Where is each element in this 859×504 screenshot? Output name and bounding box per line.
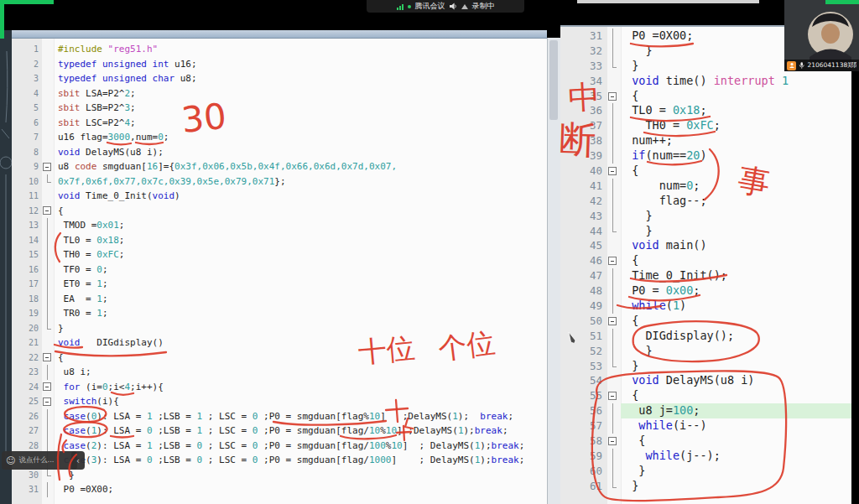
code-line: 45void main() xyxy=(560,238,851,253)
fold-margin xyxy=(607,403,621,418)
fold-margin xyxy=(607,479,621,494)
code-line: 28case(2): LSA = 1 ;LSB = 0 ; LSC = 0 ;P… xyxy=(12,439,547,454)
participant-name-bar: 2106041138郑阳 xyxy=(784,60,859,71)
fold-toggle-icon[interactable] xyxy=(42,394,54,409)
code-line: 42flag--; xyxy=(560,194,851,209)
chat-placeholder: 说点什么... xyxy=(18,455,54,465)
code-line: 58{ xyxy=(560,434,851,449)
code-line: 49while(1) xyxy=(560,299,851,314)
fold-margin xyxy=(42,277,54,292)
code-text: case(2): LSA = 1 ;LSB = 0 ; LSC = 0 ;P0 … xyxy=(54,439,547,454)
code-text: TL0 = 0x18; xyxy=(621,103,851,118)
line-number: 7 xyxy=(12,130,42,145)
fold-toggle-icon[interactable] xyxy=(42,380,54,395)
fold-margin xyxy=(607,449,621,464)
code-text: u8 i; xyxy=(54,365,547,380)
emoji-icon[interactable]: ☺ xyxy=(6,456,15,465)
code-line: 47Time_0_Init(); xyxy=(560,268,851,283)
fold-margin xyxy=(607,464,621,479)
code-text: void Time_0_Init(void) xyxy=(54,189,547,204)
code-line: 56u8 j=100; xyxy=(560,403,851,418)
code-text: if(num==20) xyxy=(621,148,851,164)
share-border-left xyxy=(0,0,4,39)
fold-margin xyxy=(607,118,621,133)
fold-margin xyxy=(607,103,621,118)
code-line: 55{ xyxy=(560,388,851,403)
line-number: 34 xyxy=(560,74,607,89)
line-number: 11 xyxy=(12,189,42,204)
fold-toggle-icon[interactable] xyxy=(42,159,54,174)
fold-margin xyxy=(42,468,54,483)
code-text: u8 j=100; xyxy=(621,403,851,418)
chat-quick-input[interactable]: ☺ 说点什么... xyxy=(2,451,77,470)
line-number: 36 xyxy=(560,103,607,118)
code-line: 13TMOD =0x01; xyxy=(12,218,547,233)
code-line: 41num=0; xyxy=(560,179,851,194)
fold-margin xyxy=(607,44,621,59)
line-number: 32 xyxy=(560,44,607,59)
fold-toggle-icon[interactable] xyxy=(42,351,54,366)
code-line: 46{ xyxy=(560,253,851,268)
code-text: TH0 = 0xFC; xyxy=(54,247,547,262)
fold-margin xyxy=(607,74,621,89)
line-number: 41 xyxy=(560,179,607,194)
line-number: 31 xyxy=(560,29,607,44)
fold-toggle-icon[interactable] xyxy=(607,89,621,104)
fold-margin xyxy=(42,57,54,72)
line-number: 48 xyxy=(560,283,607,299)
fold-margin xyxy=(607,268,621,283)
code-editor-left[interactable]: 1#include "reg51.h"2typedef unsigned int… xyxy=(12,30,547,504)
fold-toggle-icon[interactable] xyxy=(607,434,621,449)
code-editor-right[interactable]: 31P0 =0X00;32}33}34void time() interrupt… xyxy=(560,25,851,504)
participant-video-tile[interactable]: 2106041138郑阳 xyxy=(784,0,859,71)
fold-toggle-icon[interactable] xyxy=(607,314,621,329)
code-line: 16TF0 = 0; xyxy=(12,262,547,278)
code-text: void time() interrupt 1 xyxy=(621,74,851,89)
speaker-icon xyxy=(450,3,457,10)
share-border-top xyxy=(0,0,54,4)
code-text: void main() xyxy=(621,238,851,253)
fold-margin xyxy=(42,233,54,248)
code-line: 4sbit LSA=P2^2; xyxy=(12,86,547,101)
code-text: sbit LSC=P2^4; xyxy=(54,116,547,131)
line-number: 2 xyxy=(12,57,42,72)
line-number: 33 xyxy=(560,59,607,74)
fold-margin xyxy=(42,42,54,57)
code-text: case(1): LSA = 0 ;LSB = 1 ; LSC = 0 ;P0 … xyxy=(54,423,547,439)
fold-margin xyxy=(42,423,54,439)
code-text: } xyxy=(621,479,851,494)
line-number: 25 xyxy=(12,394,42,409)
fold-margin xyxy=(42,306,54,321)
code-text: } xyxy=(621,224,851,239)
chat-collapse-button[interactable]: ‹ xyxy=(71,451,85,470)
code-text: TL0 = 0x18; xyxy=(54,233,547,248)
participant-name: 2106041138郑阳 xyxy=(807,61,856,70)
vertical-scrollbar[interactable] xyxy=(547,38,560,504)
scrollbar-thumb[interactable] xyxy=(549,40,558,120)
code-text: num++; xyxy=(621,133,851,148)
fold-margin xyxy=(607,179,621,194)
line-number: 56 xyxy=(560,403,607,418)
line-number: 9 xyxy=(12,159,42,174)
line-number: 59 xyxy=(560,449,607,464)
fold-margin xyxy=(607,373,621,388)
code-line: 37TH0 = 0xFC; xyxy=(560,118,851,133)
fold-margin xyxy=(42,482,54,497)
code-line: 17ET0 = 1; xyxy=(12,277,547,292)
line-number: 15 xyxy=(12,247,42,262)
code-text: case(0): LSA = 1 ;LSB = 1 ; LSC = 0 ;P0 … xyxy=(54,409,547,424)
line-number: 13 xyxy=(12,218,42,233)
code-line: 1#include "reg51.h" xyxy=(12,42,547,57)
code-text: #include "reg51.h" xyxy=(54,42,547,57)
code-text: typedef unsigned int u16; xyxy=(54,57,547,72)
fold-toggle-icon[interactable] xyxy=(607,253,621,268)
fold-toggle-icon[interactable] xyxy=(42,204,54,219)
code-line: 29case(3): LSA = 0 ;LSB = 0 ; LSC = 0 ;P… xyxy=(12,453,547,468)
code-text: { xyxy=(621,314,851,329)
code-line: 23u8 i; xyxy=(12,365,547,380)
fold-margin xyxy=(42,116,54,131)
meeting-status-bar[interactable]: 腾讯会议 录制中 xyxy=(367,0,524,13)
fold-toggle-icon[interactable] xyxy=(607,164,621,179)
code-text: 0x7f,0x6f,0x77,0x7c,0x39,0x5e,0x79,0x71}… xyxy=(54,174,547,190)
fold-toggle-icon[interactable] xyxy=(607,388,621,403)
